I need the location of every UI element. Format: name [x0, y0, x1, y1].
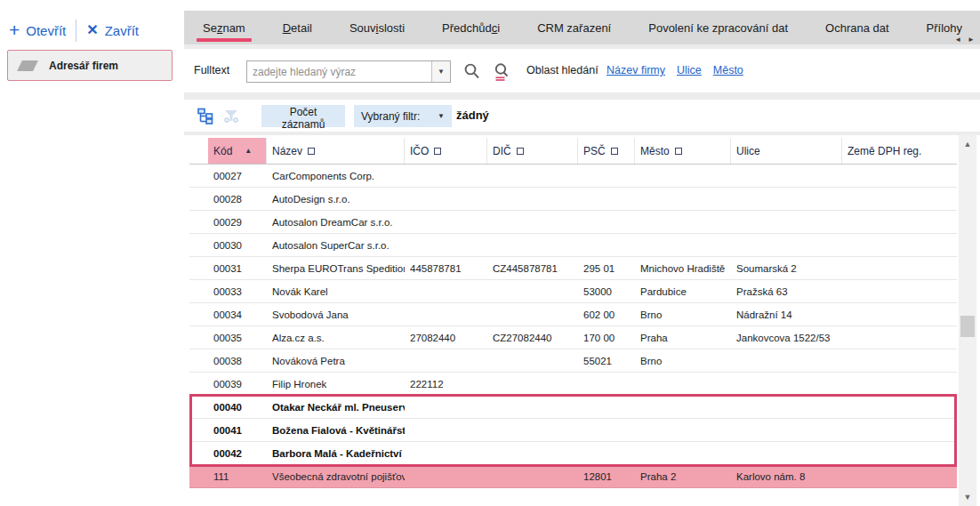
cell-ps: 55021: [578, 356, 635, 366]
selected-filter-dropdown[interactable]: Vybraný filtr: ▼: [354, 105, 452, 127]
selected-filter-label: Vybraný filtr:: [361, 110, 420, 123]
filter-toolbar: Počet záznamů Vybraný filtr: ▼ žádný: [184, 100, 980, 132]
vertical-scrollbar[interactable]: ▲ ▼: [959, 135, 976, 506]
table-row[interactable]: 111Všeobecná zdravotní pojišťovna12801Pr…: [189, 465, 957, 488]
cell-ulice: Jankovcova 1522/53: [731, 333, 842, 343]
cell-k-d: 00033: [208, 286, 267, 297]
scroll-up-button[interactable]: ▲: [959, 137, 976, 151]
scrollbar-thumb[interactable]: [960, 316, 975, 337]
tree-view-button[interactable]: [196, 106, 215, 125]
column-header-m-sto[interactable]: Město: [635, 138, 731, 164]
sidebar-item-adresar-firem[interactable]: Adresář firem: [7, 50, 173, 81]
column-header-ps[interactable]: PSČ: [578, 138, 635, 164]
dropdown-arrow-icon: ▼: [438, 112, 445, 120]
search-button[interactable]: [460, 60, 484, 84]
cell-m-sto: Brno: [635, 309, 731, 320]
search-icon: [462, 62, 482, 82]
column-header-zem-dph-reg[interactable]: Země DPH reg.: [842, 138, 957, 164]
cell-ulice: Pražská 63: [731, 286, 842, 297]
open-button-label: Otevřít: [26, 23, 66, 38]
cell-ulice: Soumarská 2: [731, 263, 842, 274]
column-header-label: Město: [640, 145, 670, 157]
cell-k-d: 00029: [208, 217, 267, 228]
cell-n-zev: Sherpa EUROTrans Spedition: [267, 263, 405, 274]
cell-k-d: 00039: [208, 379, 267, 390]
column-header-di[interactable]: DIČ: [487, 138, 578, 164]
cell-n-zev: Otakar Neckář ml. Pneuservis: [267, 402, 405, 413]
cell-n-zev: CarComponents Corp.: [267, 171, 405, 181]
tab-seznam[interactable]: Seznam: [203, 11, 245, 44]
column-header-label: Kód: [213, 145, 232, 157]
tab-crm-za-azen[interactable]: CRM zařazení: [537, 11, 611, 44]
column-header-n-zev[interactable]: Název: [267, 138, 405, 164]
left-panel: + Otevřít ✕ Zavřít Adresář firem: [0, 0, 184, 506]
module-parallelogram-icon: [17, 60, 38, 71]
open-button[interactable]: + Otevřít: [9, 23, 66, 38]
tree-view-icon: [197, 107, 214, 124]
tab-strip: SeznamDetailSouvislostiPředchůdciCRM zař…: [184, 11, 980, 44]
close-button[interactable]: ✕ Zavřít: [86, 23, 139, 38]
table-row[interactable]: 00038Nováková Petra55021Brno: [189, 349, 957, 373]
table-row[interactable]: 00041Božena Fialová - Květinářství: [189, 419, 957, 442]
search-marked-button[interactable]: [489, 60, 513, 84]
main-area: SeznamDetailSouvislostiPředchůdciCRM zař…: [184, 0, 980, 506]
tab-povolen-ke-zpracov-n-dat[interactable]: Povolení ke zpracování dat: [648, 11, 788, 44]
fulltext-label: Fulltext: [194, 64, 229, 76]
column-filter-box-icon: [434, 148, 441, 155]
column-filter-box-icon: [611, 148, 618, 155]
tab-scroll-left-icon[interactable]: ◄: [954, 36, 961, 44]
cell-m-sto: Brno: [635, 356, 731, 366]
table-row[interactable]: 00027CarComponents Corp.: [189, 165, 957, 188]
table-row[interactable]: 00039Filip Hronek222112: [189, 373, 957, 396]
triangle-up-icon: ▲: [964, 140, 972, 149]
cell-n-zev: Autosalon SuperCar s.r.o.: [267, 240, 405, 251]
selected-filter-value: žádný: [456, 108, 489, 122]
close-icon: ✕: [86, 23, 98, 37]
tab-souvislosti[interactable]: Souvislosti: [349, 11, 405, 44]
column-header-label: Země DPH reg.: [847, 145, 921, 157]
scope-link-ulice[interactable]: Ulice: [677, 64, 702, 76]
tab-p-edch-dci[interactable]: Předchůdci: [442, 11, 500, 44]
triangle-down-icon: ▼: [964, 493, 972, 502]
table-row[interactable]: 00030Autosalon SuperCar s.r.o.: [189, 234, 957, 257]
cell-n-zev: Svobodová Jana: [267, 309, 405, 320]
cell-k-d: 00041: [208, 425, 267, 436]
table-row[interactable]: 00040Otakar Neckář ml. Pneuservis: [189, 396, 957, 419]
column-header-ulice[interactable]: Ulice: [731, 138, 842, 164]
cell-k-d: 00028: [208, 194, 267, 205]
fulltext-input[interactable]: [247, 61, 431, 82]
cell-n-zev: Autosalon DreamCar s.r.o.: [267, 217, 405, 228]
scope-link-n-zev-firmy[interactable]: Název firmy: [606, 64, 665, 76]
header-indicator-cell: [189, 138, 208, 164]
record-count-button[interactable]: Počet záznamů: [261, 105, 345, 127]
cell-n-zev: Alza.cz a.s.: [267, 333, 405, 343]
column-header-i-o[interactable]: IČO: [405, 138, 487, 164]
cell-n-zev: Nováková Petra: [267, 356, 405, 366]
table-row[interactable]: 00029Autosalon DreamCar s.r.o.: [189, 211, 957, 234]
cell-m-sto: Pardubice: [635, 286, 731, 297]
cell-n-zev: Barbora Malá - Kadeřnictví: [267, 448, 405, 459]
cell-m-sto: Praha 2: [635, 471, 731, 482]
scroll-down-button[interactable]: ▼: [959, 490, 976, 504]
filter-cut-disabled-icon: [221, 106, 241, 125]
tab-scroll-right-icon[interactable]: ►: [968, 36, 975, 44]
top-gap: [184, 0, 980, 11]
tab-detail[interactable]: Detail: [283, 11, 312, 44]
tab-ochrana-dat[interactable]: Ochrana dat: [825, 11, 889, 44]
cell-k-d: 00040: [208, 402, 267, 413]
tab-scroll-arrows: ◄ ►: [954, 36, 975, 44]
table-row[interactable]: 00031Sherpa EUROTrans Spedition445878781…: [189, 257, 957, 280]
scope-links: Název firmyUliceMěsto: [606, 64, 743, 76]
cell-i-o: 445878781: [405, 263, 487, 274]
table-row[interactable]: 00033Novák Karel53000PardubicePražská 63: [189, 280, 957, 303]
table-row[interactable]: 00034Svobodová Jana602 00BrnoNádražní 14: [189, 303, 957, 326]
column-header-k-d[interactable]: Kód▲: [208, 138, 267, 164]
table-row[interactable]: 00028AutoDesign s.r.o.: [189, 188, 957, 211]
cell-ps: 12801: [578, 471, 635, 482]
combobox-dropdown-button[interactable]: ▼: [431, 61, 450, 82]
table-row[interactable]: 00042Barbora Malá - Kadeřnictví: [189, 442, 957, 465]
cell-i-o: 27082440: [405, 333, 487, 343]
scope-link-m-sto[interactable]: Město: [713, 64, 743, 76]
table-row[interactable]: 00035Alza.cz a.s.27082440CZ27082440170 0…: [189, 326, 957, 349]
cell-k-d: 00038: [208, 356, 267, 366]
